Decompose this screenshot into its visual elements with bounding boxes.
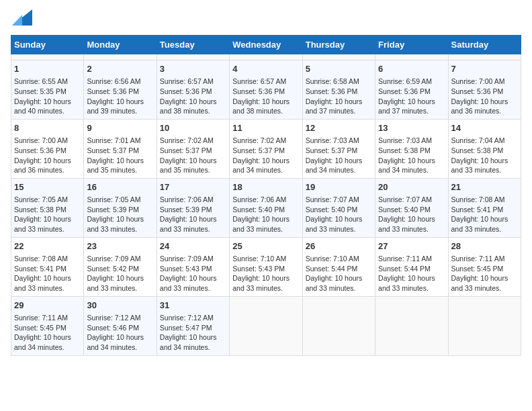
calendar-week-row: 8Sunrise: 7:00 AMSunset: 5:36 PMDaylight… [11,119,521,178]
day-info: Sunrise: 7:02 AM [232,136,299,146]
day-info: Sunrise: 6:55 AM [14,77,81,87]
day-info: and 33 minutes. [87,224,153,234]
calendar-cell: 3Sunrise: 6:57 AMSunset: 5:36 PMDaylight… [157,60,229,120]
weekday-header-sunday: Sunday [11,36,84,54]
day-info: Daylight: 10 hours [14,156,81,166]
weekday-header-saturday: Saturday [448,36,521,54]
day-info: Daylight: 10 hours [87,332,153,342]
day-number: 9 [87,122,153,134]
day-info: Daylight: 10 hours [451,97,518,107]
day-info: Daylight: 10 hours [87,214,153,224]
day-info: Sunset: 5:37 PM [232,146,299,156]
day-info: Daylight: 10 hours [160,332,226,342]
day-number: 22 [14,240,81,253]
day-info: Sunrise: 7:08 AM [14,254,81,264]
day-info: Sunrise: 6:57 AM [232,77,299,87]
day-info: Daylight: 10 hours [378,156,445,166]
day-info: Sunset: 5:44 PM [306,264,372,274]
day-number: 15 [14,181,81,193]
calendar-cell: 28Sunrise: 7:11 AMSunset: 5:45 PMDayligh… [448,237,521,296]
day-info: and 34 minutes. [160,342,226,353]
day-info: Sunset: 5:45 PM [451,264,518,274]
day-number: 16 [87,181,153,193]
calendar-cell: 1Sunrise: 6:55 AMSunset: 5:35 PMDaylight… [11,60,84,120]
calendar-cell [302,54,375,60]
calendar-cell: 17Sunrise: 7:06 AMSunset: 5:39 PMDayligh… [157,178,229,237]
day-info: Sunrise: 7:09 AM [87,254,153,264]
day-number: 26 [306,240,372,253]
calendar-cell: 7Sunrise: 7:00 AMSunset: 5:36 PMDaylight… [448,60,521,120]
day-info: and 34 minutes. [378,165,445,175]
day-number: 19 [306,181,372,193]
day-info: Daylight: 10 hours [378,273,445,283]
day-info: Sunrise: 7:05 AM [87,195,153,205]
day-info: Sunset: 5:40 PM [306,205,372,215]
day-info: Sunrise: 7:06 AM [232,195,299,205]
day-info: Sunset: 5:36 PM [378,87,445,97]
day-info: Daylight: 10 hours [14,273,81,283]
day-info: Sunset: 5:43 PM [232,264,299,274]
day-info: Sunset: 5:37 PM [160,146,226,156]
calendar-cell: 15Sunrise: 7:05 AMSunset: 5:38 PMDayligh… [11,178,84,237]
calendar-cell: 19Sunrise: 7:07 AMSunset: 5:40 PMDayligh… [302,178,375,237]
calendar-cell [11,54,84,60]
day-info: Daylight: 10 hours [451,273,518,283]
day-info: and 33 minutes. [378,283,445,293]
day-info: and 34 minutes. [306,165,372,175]
day-info: Sunset: 5:39 PM [87,205,153,215]
calendar-cell: 25Sunrise: 7:10 AMSunset: 5:43 PMDayligh… [230,237,302,296]
day-number: 27 [378,240,445,253]
day-info: Daylight: 10 hours [232,273,299,283]
day-info: and 33 minutes. [14,283,81,293]
calendar-cell: 14Sunrise: 7:04 AMSunset: 5:38 PMDayligh… [448,119,521,178]
day-info: Sunset: 5:44 PM [378,264,445,274]
calendar-cell: 18Sunrise: 7:06 AMSunset: 5:40 PMDayligh… [230,178,302,237]
calendar-week-row: 22Sunrise: 7:08 AMSunset: 5:41 PMDayligh… [11,237,521,296]
weekday-header-thursday: Thursday [302,36,375,54]
day-number: 12 [306,122,372,134]
calendar-cell: 31Sunrise: 7:12 AMSunset: 5:47 PMDayligh… [157,296,229,355]
day-info: Sunset: 5:38 PM [451,146,518,156]
calendar-cell [448,54,521,60]
calendar-cell: 11Sunrise: 7:02 AMSunset: 5:37 PMDayligh… [230,119,302,178]
calendar-cell: 6Sunrise: 6:59 AMSunset: 5:36 PMDaylight… [375,60,448,120]
day-number: 28 [451,240,518,253]
day-info: Sunset: 5:38 PM [14,205,81,215]
day-info: Sunset: 5:38 PM [378,146,445,156]
day-info: and 38 minutes. [232,106,299,116]
day-number: 8 [14,122,81,134]
day-info: Sunrise: 7:05 AM [14,195,81,205]
logo [11,11,32,27]
day-info: Sunset: 5:37 PM [306,146,372,156]
day-info: Sunrise: 7:08 AM [451,195,518,205]
weekday-header-friday: Friday [375,36,448,54]
calendar-week-row: 15Sunrise: 7:05 AMSunset: 5:38 PMDayligh… [11,178,521,237]
calendar-cell: 22Sunrise: 7:08 AMSunset: 5:41 PMDayligh… [11,237,84,296]
day-info: Sunrise: 6:58 AM [306,77,372,87]
day-info: Sunrise: 7:09 AM [160,254,226,264]
day-number: 11 [232,122,299,134]
day-info: and 35 minutes. [160,165,226,175]
day-info: Sunrise: 7:01 AM [87,136,153,146]
calendar-cell: 20Sunrise: 7:07 AMSunset: 5:40 PMDayligh… [375,178,448,237]
day-number: 20 [378,181,445,193]
calendar-cell: 23Sunrise: 7:09 AMSunset: 5:42 PMDayligh… [84,237,157,296]
day-info: Sunset: 5:45 PM [14,323,81,333]
calendar-cell: 30Sunrise: 7:12 AMSunset: 5:46 PMDayligh… [84,296,157,355]
day-info: Daylight: 10 hours [160,273,226,283]
day-info: and 33 minutes. [232,283,299,293]
day-info: Sunset: 5:41 PM [14,264,81,274]
day-info: Sunset: 5:36 PM [14,146,81,156]
calendar-cell [84,54,157,60]
day-number: 10 [160,122,226,134]
day-info: Sunrise: 7:07 AM [378,195,445,205]
calendar-week-row: 29Sunrise: 7:11 AMSunset: 5:45 PMDayligh… [11,296,521,355]
day-info: Sunrise: 7:00 AM [451,77,518,87]
day-info: and 33 minutes. [306,224,372,234]
day-info: Sunset: 5:37 PM [87,146,153,156]
calendar-cell: 13Sunrise: 7:03 AMSunset: 5:38 PMDayligh… [375,119,448,178]
day-info: Daylight: 10 hours [232,214,299,224]
day-info: and 33 minutes. [87,283,153,293]
calendar-cell [302,296,375,355]
day-info: and 33 minutes. [160,283,226,293]
